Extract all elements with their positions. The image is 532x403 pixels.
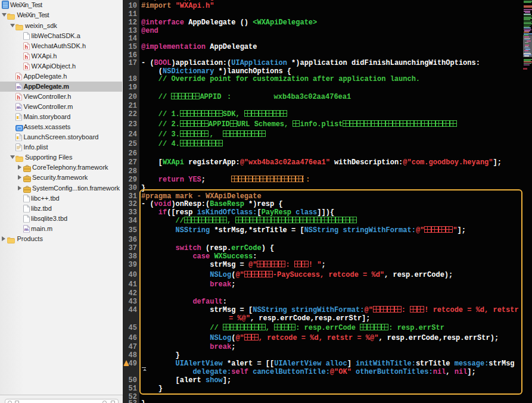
svg-text:m: m: [17, 105, 21, 110]
svg-text:h: h: [24, 64, 28, 70]
svg-text:h: h: [24, 54, 28, 60]
svg-text:m: m: [17, 85, 21, 90]
svg-text:h: h: [17, 74, 20, 80]
svg-text:h: h: [24, 44, 28, 50]
svg-text:m: m: [24, 227, 29, 232]
svg-text:h: h: [17, 95, 20, 101]
